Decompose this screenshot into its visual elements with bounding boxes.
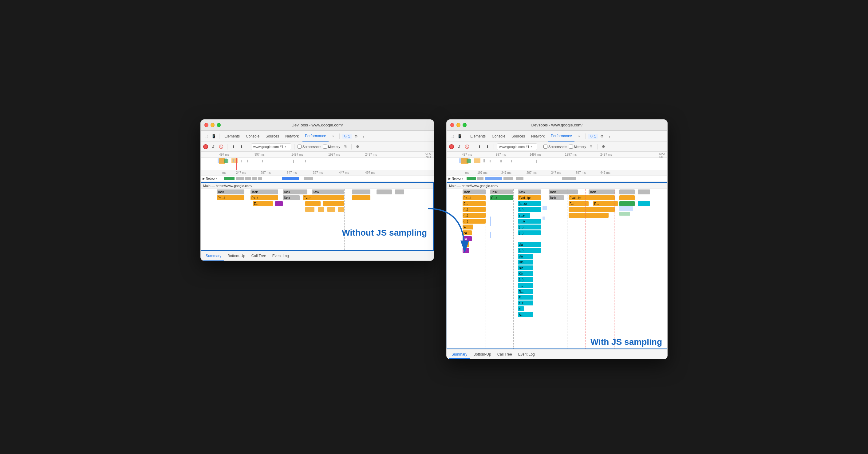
minimize-button[interactable] — [211, 123, 215, 127]
left-e-block[interactable]: E... — [253, 201, 273, 206]
screenshots-checkbox[interactable] — [298, 145, 302, 148]
right-download-icon[interactable]: ⬇ — [485, 144, 491, 150]
right-screenshots-checkbox[interactable] — [544, 145, 548, 148]
device-icon[interactable]: 📱 — [211, 133, 217, 139]
right-tab-elements[interactable]: Elements — [468, 131, 488, 141]
dropdown-icon[interactable]: ▾ — [285, 145, 286, 148]
right-ea-block[interactable]: ea — [463, 230, 472, 235]
right-eval-block-1[interactable]: Eval...ipt — [518, 195, 541, 200]
right-minimize-button[interactable] — [457, 123, 460, 127]
left-tab-eventlog[interactable]: Event Log — [270, 252, 291, 260]
right-inspector-icon[interactable]: ⬚ — [449, 133, 455, 139]
right-task-7[interactable] — [638, 190, 650, 194]
right-task-2[interactable]: Task — [490, 190, 513, 194]
right-p-block[interactable]: p — [463, 242, 469, 247]
right-device-icon[interactable]: 📱 — [457, 133, 463, 139]
left-tab-bottomup[interactable]: Bottom-Up — [225, 252, 247, 260]
left-purple-block[interactable] — [275, 201, 283, 206]
right-ct-block[interactable]: C...t — [490, 195, 513, 200]
right-eval-block-2[interactable]: Eval...ipt — [569, 195, 615, 200]
right-a-dots-block[interactable]: A... — [518, 312, 533, 317]
right-e-block[interactable]: E... — [463, 201, 486, 206]
tab-console[interactable]: Console — [243, 131, 262, 141]
right-paren-7[interactable]: (...) — [518, 248, 541, 253]
left-task-5[interactable] — [352, 190, 370, 194]
tab-network[interactable]: Network — [283, 131, 301, 141]
left-row4-bar4[interactable] — [338, 207, 344, 212]
right-paren-5[interactable]: (...) — [518, 225, 541, 229]
left-row4-bar3[interactable] — [327, 207, 335, 212]
settings-icon[interactable]: ⚙ — [353, 133, 359, 139]
tab-sources[interactable]: Sources — [263, 131, 282, 141]
right-paren-2[interactable]: (...) — [518, 207, 541, 212]
close-button[interactable] — [205, 123, 208, 127]
right-settings-icon[interactable]: ⚙ — [599, 133, 605, 139]
right-paren-4[interactable]: (...) — [463, 219, 486, 224]
right-zla-block[interactable]: zla — [518, 242, 541, 247]
right-paren-8[interactable]: (...) — [518, 277, 533, 282]
right-task-5[interactable]: Task — [589, 190, 615, 194]
right-tab-sources[interactable]: Sources — [509, 131, 527, 141]
right-d-block[interactable]: d — [518, 306, 524, 311]
right-task-4[interactable]: Task — [549, 190, 578, 194]
right-n-block[interactable]: N... — [518, 289, 533, 294]
record-button[interactable] — [203, 144, 208, 149]
right-teal-1[interactable] — [638, 201, 650, 206]
right-task-r2[interactable]: Task — [549, 195, 564, 200]
right-paren-6[interactable]: (...) — [518, 230, 541, 235]
right-as-block[interactable]: (a...s) — [518, 201, 541, 206]
right-dropdown-icon[interactable]: ▾ — [530, 145, 532, 148]
left-task-2[interactable]: Task — [250, 190, 278, 194]
right-tab-eventlog[interactable]: Event Log — [516, 350, 537, 359]
right-tab-performance[interactable]: Performance — [548, 131, 575, 141]
tab-more[interactable]: » — [330, 131, 337, 141]
right-task-1[interactable]: Task — [463, 190, 486, 194]
right-bla-block[interactable]: Bla — [518, 265, 533, 271]
right-hla-block[interactable]: Hla — [518, 260, 533, 264]
right-issues-badge[interactable]: 🗨 1 — [588, 134, 598, 139]
right-reload-icon[interactable]: ↺ — [456, 144, 462, 150]
upload-icon[interactable]: ⬆ — [230, 144, 237, 150]
right-task-3[interactable]: Task — [518, 190, 541, 194]
right-a-block[interactable]: _...a — [518, 219, 541, 224]
left-task-7[interactable] — [395, 190, 404, 194]
right-memory-checkbox[interactable] — [569, 145, 573, 148]
right-row5-bar[interactable] — [569, 213, 609, 218]
tab-elements[interactable]: Elements — [222, 131, 242, 141]
left-tab-summary[interactable]: Summary — [203, 252, 224, 260]
left-row4-bar2[interactable] — [318, 207, 324, 212]
right-kla-block[interactable]: Kla — [518, 271, 533, 276]
more-icon[interactable]: ⋮ — [361, 133, 367, 139]
right-vla-block[interactable]: vla — [518, 254, 533, 259]
left-e-block-3[interactable] — [323, 201, 344, 206]
right-tr-block[interactable]: t...r — [518, 301, 533, 306]
right-row4-bar[interactable] — [569, 207, 615, 212]
right-ea-purple[interactable]: ea — [463, 236, 472, 241]
left-evt-block-3[interactable] — [352, 195, 370, 200]
right-tab-calltree[interactable]: Call Tree — [495, 350, 515, 359]
right-upload-icon[interactable]: ⬆ — [476, 144, 483, 150]
reload-icon[interactable]: ↺ — [210, 144, 216, 150]
left-pal-block[interactable]: Pa...L — [217, 195, 244, 200]
right-close-button[interactable] — [450, 123, 454, 127]
right-w-block[interactable]: W — [463, 225, 473, 229]
right-tab-more[interactable]: » — [576, 131, 583, 141]
left-tab-calltree[interactable]: Call Tree — [249, 252, 269, 260]
inspector-icon[interactable]: ⬚ — [203, 133, 209, 139]
right-tab-bottomup[interactable]: Bottom-Up — [471, 350, 493, 359]
left-task-6[interactable] — [376, 190, 392, 194]
left-evt-block-2[interactable]: Ev...t — [303, 195, 344, 200]
download-icon[interactable]: ⬇ — [239, 144, 245, 150]
right-dots-block[interactable]: _... — [518, 283, 533, 288]
right-maximize-button[interactable] — [463, 123, 467, 127]
right-record-button[interactable] — [449, 144, 454, 149]
left-e-block-2[interactable] — [305, 201, 320, 206]
left-evt-block-1[interactable]: Ev...t — [250, 195, 278, 200]
maximize-button[interactable] — [217, 123, 221, 127]
right-pal-block[interactable]: Pa...L — [463, 195, 486, 200]
right-clear-icon[interactable]: 🚫 — [464, 144, 470, 150]
right-p-purple[interactable]: p — [463, 248, 469, 253]
right-green-1[interactable] — [619, 201, 635, 206]
memory-checkbox[interactable] — [323, 145, 327, 148]
right-task-6[interactable] — [619, 190, 635, 194]
